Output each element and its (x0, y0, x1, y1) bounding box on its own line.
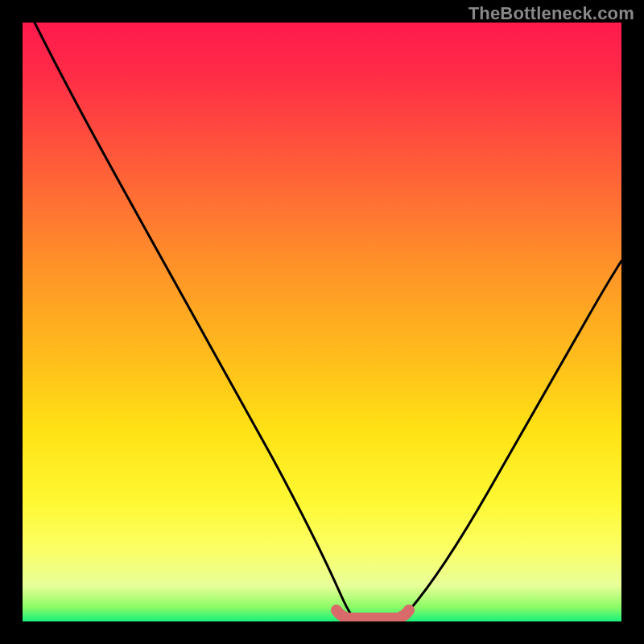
right-curve (401, 261, 621, 620)
curve-layer (23, 23, 621, 621)
plot-area (23, 23, 621, 621)
left-curve (35, 23, 355, 620)
chart-frame: TheBottleneck.com (0, 0, 644, 644)
optimal-zone-marker (336, 610, 409, 618)
attribution-label: TheBottleneck.com (469, 3, 634, 24)
